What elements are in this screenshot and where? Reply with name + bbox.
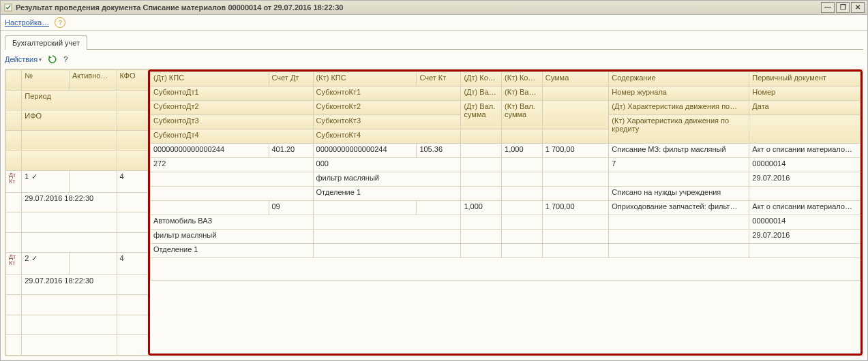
actions-dropdown[interactable]: Действия — [5, 55, 42, 63]
hdr-ifo[interactable]: ИФО — [22, 110, 117, 131]
hdr-dtkps[interactable]: (Дт) КПС — [151, 72, 269, 87]
dtkt-icon: ДтКт — [9, 172, 18, 185]
right-grid: (Дт) КПС Счет Дт (Кт) КПС Счет Кт (Дт) К… — [150, 72, 860, 281]
hdr-num[interactable]: № — [22, 70, 70, 91]
table-row[interactable]: 272 000 7 00000014 — [151, 158, 860, 172]
table-row[interactable]: Автомобиль ВАЗ 00000014 — [151, 215, 860, 230]
hdr-ktkps[interactable]: (Кт) КПС — [313, 72, 417, 87]
hdr-schetdt[interactable]: Счет Дт — [269, 72, 313, 87]
hdr-active[interactable]: Активно… — [69, 70, 117, 91]
window-title: Результат проведения документа Списание … — [16, 3, 343, 12]
table-row[interactable]: 29.07.2016 18:22:30 — [6, 192, 149, 213]
red-highlight-box: (Дт) КПС Счет Дт (Кт) КПС Счет Кт (Дт) К… — [148, 69, 863, 356]
table-row[interactable]: 09 1,000 1 700,00 Оприходование запчасте… — [151, 201, 860, 215]
hdr-soderzh[interactable]: Содержание — [609, 72, 749, 87]
content-area: Бухгалтерский учет Действия ? № Активно…… — [1, 31, 867, 360]
settings-link[interactable]: Настройка… — [5, 18, 49, 27]
check-icon — [29, 254, 38, 262]
check-icon — [29, 172, 38, 180]
table-row[interactable]: фильтр масляный 29.07.2016 — [151, 230, 860, 244]
table-row[interactable]: Отделение 1 — [151, 244, 860, 258]
hdr-period[interactable]: Период — [22, 90, 117, 110]
hdr-schetkt[interactable]: Счет Кт — [417, 72, 461, 87]
toolbar: Действия ? — [5, 50, 863, 69]
table-row[interactable]: 00000000000000244 401.20 000000000000002… — [151, 144, 860, 158]
hdr-dtkol[interactable]: (Дт) Коли… — [461, 72, 502, 87]
left-grid: № Активно… КФО Период ИФО — [5, 69, 149, 356]
grid-container: № Активно… КФО Период ИФО — [5, 69, 863, 356]
title-bar: Результат проведения документа Списание … — [1, 1, 867, 15]
table-row[interactable]: 29.07.2016 18:22:30 — [6, 274, 149, 295]
maximize-button[interactable]: ❐ — [836, 2, 850, 13]
app-window: Результат проведения документа Списание … — [0, 0, 868, 361]
tab-accounting[interactable]: Бухгалтерский учет — [5, 35, 87, 50]
hdr-ktkol[interactable]: (Кт) Коли… — [502, 72, 543, 87]
hdr-icon[interactable] — [6, 70, 22, 91]
menu-bar: Настройка… ? — [1, 15, 867, 31]
minimize-button[interactable]: — — [821, 2, 835, 13]
dtkt-icon: ДтКт — [9, 254, 18, 266]
table-row[interactable]: ДтКт 1 4 — [6, 170, 149, 192]
app-icon — [3, 3, 13, 12]
table-row[interactable]: фильтр масляный 29.07.2016 — [151, 172, 860, 187]
toolbar-help-icon[interactable]: ? — [63, 55, 68, 63]
refresh-icon[interactable] — [46, 52, 59, 66]
hdr-pervdoc[interactable]: Первичный документ — [749, 72, 860, 87]
table-row[interactable]: Отделение 1 Списано на нужды учреждения — [151, 187, 860, 201]
hdr-kfo[interactable]: КФО — [117, 70, 148, 91]
help-icon[interactable]: ? — [55, 17, 65, 28]
hdr-summa[interactable]: Сумма — [542, 72, 609, 87]
tab-strip: Бухгалтерский учет — [5, 35, 863, 50]
table-row[interactable]: ДтКт 2 4 — [6, 253, 149, 274]
close-button[interactable]: ✕ — [851, 2, 865, 13]
